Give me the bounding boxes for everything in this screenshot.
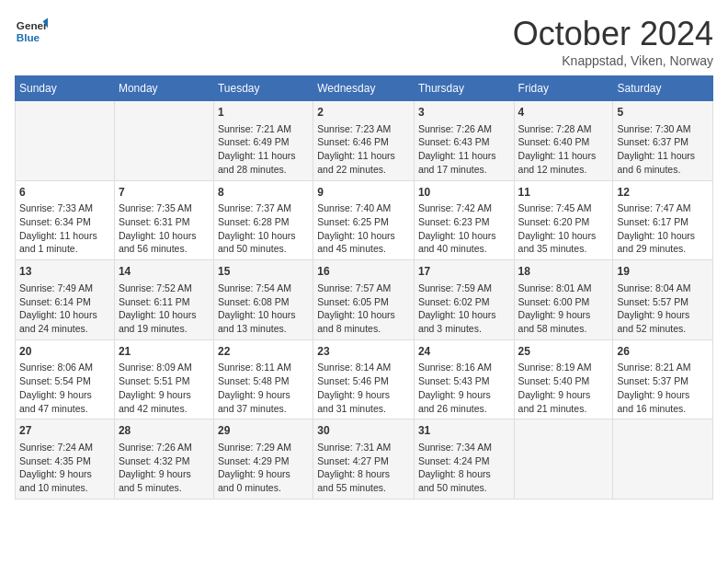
calendar-cell: [514, 419, 613, 500]
weekday-header: Wednesday: [313, 76, 415, 101]
day-number: 6: [19, 185, 110, 201]
calendar-cell: 3Sunrise: 7:26 AM Sunset: 6:43 PM Daylig…: [414, 101, 514, 181]
calendar-cell: 6Sunrise: 7:33 AM Sunset: 6:34 PM Daylig…: [16, 180, 115, 260]
day-info: Sunrise: 7:29 AM Sunset: 4:29 PM Dayligh…: [218, 442, 291, 493]
calendar-cell: 10Sunrise: 7:42 AM Sunset: 6:23 PM Dayli…: [414, 180, 514, 260]
calendar-cell: 25Sunrise: 8:19 AM Sunset: 5:40 PM Dayli…: [514, 339, 613, 419]
day-info: Sunrise: 7:28 AM Sunset: 6:40 PM Dayligh…: [518, 123, 597, 175]
day-info: Sunrise: 7:40 AM Sunset: 6:25 PM Dayligh…: [317, 202, 395, 254]
day-info: Sunrise: 7:30 AM Sunset: 6:37 PM Dayligh…: [617, 123, 695, 175]
day-info: Sunrise: 8:01 AM Sunset: 6:00 PM Dayligh…: [518, 282, 592, 334]
day-info: Sunrise: 8:19 AM Sunset: 5:40 PM Dayligh…: [518, 362, 592, 413]
calendar-cell: 19Sunrise: 8:04 AM Sunset: 5:57 PM Dayli…: [613, 260, 713, 340]
day-number: 12: [617, 185, 709, 201]
calendar-cell: 28Sunrise: 7:26 AM Sunset: 4:32 PM Dayli…: [114, 419, 213, 500]
day-info: Sunrise: 7:33 AM Sunset: 6:34 PM Dayligh…: [19, 202, 97, 254]
day-info: Sunrise: 7:23 AM Sunset: 6:46 PM Dayligh…: [317, 123, 395, 175]
day-number: 8: [218, 185, 309, 201]
day-info: Sunrise: 7:54 AM Sunset: 6:08 PM Dayligh…: [218, 282, 296, 334]
calendar-body: 1Sunrise: 7:21 AM Sunset: 6:49 PM Daylig…: [16, 101, 713, 500]
day-number: 13: [19, 264, 110, 280]
calendar-cell: 29Sunrise: 7:29 AM Sunset: 4:29 PM Dayli…: [213, 419, 313, 500]
day-info: Sunrise: 7:47 AM Sunset: 6:17 PM Dayligh…: [617, 202, 695, 254]
weekday-header: Tuesday: [213, 76, 313, 101]
day-number: 27: [19, 423, 110, 439]
day-number: 29: [218, 423, 309, 439]
day-number: 22: [218, 344, 309, 360]
day-info: Sunrise: 7:26 AM Sunset: 6:43 PM Dayligh…: [418, 123, 496, 175]
day-info: Sunrise: 7:31 AM Sunset: 4:27 PM Dayligh…: [317, 442, 391, 493]
calendar-cell: 14Sunrise: 7:52 AM Sunset: 6:11 PM Dayli…: [114, 260, 213, 340]
day-number: 10: [418, 185, 510, 201]
day-number: 18: [518, 264, 609, 280]
calendar-cell: 1Sunrise: 7:21 AM Sunset: 6:49 PM Daylig…: [213, 101, 313, 181]
calendar-table: SundayMondayTuesdayWednesdayThursdayFrid…: [15, 75, 713, 500]
title-section: October 2024 Knappstad, Viken, Norway: [513, 15, 713, 68]
day-number: 15: [218, 264, 309, 280]
day-info: Sunrise: 7:35 AM Sunset: 6:31 PM Dayligh…: [119, 202, 197, 254]
calendar-cell: 16Sunrise: 7:57 AM Sunset: 6:05 PM Dayli…: [313, 260, 415, 340]
calendar-cell: 13Sunrise: 7:49 AM Sunset: 6:14 PM Dayli…: [16, 260, 115, 340]
day-number: 31: [418, 423, 510, 439]
day-number: 21: [119, 344, 210, 360]
day-number: 25: [518, 344, 609, 360]
day-number: 2: [317, 105, 410, 121]
weekday-header: Sunday: [16, 76, 115, 101]
day-number: 5: [617, 105, 709, 121]
day-info: Sunrise: 7:45 AM Sunset: 6:20 PM Dayligh…: [518, 202, 597, 254]
calendar-cell: [16, 101, 115, 181]
day-number: 3: [418, 105, 510, 121]
day-info: Sunrise: 8:06 AM Sunset: 5:54 PM Dayligh…: [19, 362, 93, 413]
day-info: Sunrise: 8:21 AM Sunset: 5:37 PM Dayligh…: [617, 362, 690, 413]
day-number: 1: [218, 105, 309, 121]
day-number: 7: [119, 185, 210, 201]
calendar-cell: 26Sunrise: 8:21 AM Sunset: 5:37 PM Dayli…: [613, 339, 713, 419]
calendar-cell: 27Sunrise: 7:24 AM Sunset: 4:35 PM Dayli…: [16, 419, 115, 500]
day-info: Sunrise: 7:21 AM Sunset: 6:49 PM Dayligh…: [218, 123, 296, 175]
calendar-cell: 11Sunrise: 7:45 AM Sunset: 6:20 PM Dayli…: [514, 180, 613, 260]
day-number: 4: [518, 105, 609, 121]
calendar-cell: 9Sunrise: 7:40 AM Sunset: 6:25 PM Daylig…: [313, 180, 415, 260]
location: Knappstad, Viken, Norway: [513, 53, 713, 68]
day-info: Sunrise: 8:14 AM Sunset: 5:46 PM Dayligh…: [317, 362, 391, 413]
calendar-cell: 12Sunrise: 7:47 AM Sunset: 6:17 PM Dayli…: [613, 180, 713, 260]
day-number: 14: [119, 264, 210, 280]
day-number: 11: [518, 185, 609, 201]
calendar-cell: 18Sunrise: 8:01 AM Sunset: 6:00 PM Dayli…: [514, 260, 613, 340]
day-info: Sunrise: 7:34 AM Sunset: 4:24 PM Dayligh…: [418, 442, 492, 493]
day-number: 17: [418, 264, 510, 280]
day-info: Sunrise: 7:24 AM Sunset: 4:35 PM Dayligh…: [19, 442, 93, 493]
weekday-header: Thursday: [414, 76, 514, 101]
day-info: Sunrise: 8:11 AM Sunset: 5:48 PM Dayligh…: [218, 362, 291, 413]
day-number: 9: [317, 185, 410, 201]
calendar-cell: [613, 419, 713, 500]
day-number: 24: [418, 344, 510, 360]
calendar-week-row: 27Sunrise: 7:24 AM Sunset: 4:35 PM Dayli…: [16, 419, 713, 500]
calendar-cell: 5Sunrise: 7:30 AM Sunset: 6:37 PM Daylig…: [613, 101, 713, 181]
calendar-cell: 30Sunrise: 7:31 AM Sunset: 4:27 PM Dayli…: [313, 419, 415, 500]
weekday-header: Friday: [514, 76, 613, 101]
month-title: October 2024: [513, 15, 713, 53]
day-info: Sunrise: 7:26 AM Sunset: 4:32 PM Dayligh…: [119, 442, 192, 493]
day-info: Sunrise: 8:04 AM Sunset: 5:57 PM Dayligh…: [617, 282, 690, 334]
calendar-cell: 2Sunrise: 7:23 AM Sunset: 6:46 PM Daylig…: [313, 101, 415, 181]
calendar-cell: 4Sunrise: 7:28 AM Sunset: 6:40 PM Daylig…: [514, 101, 613, 181]
day-info: Sunrise: 8:16 AM Sunset: 5:43 PM Dayligh…: [418, 362, 492, 413]
day-info: Sunrise: 7:42 AM Sunset: 6:23 PM Dayligh…: [418, 202, 496, 254]
weekday-header: Monday: [114, 76, 213, 101]
calendar-week-row: 6Sunrise: 7:33 AM Sunset: 6:34 PM Daylig…: [16, 180, 713, 260]
day-number: 26: [617, 344, 709, 360]
logo-icon: General Blue: [15, 15, 48, 48]
day-info: Sunrise: 7:52 AM Sunset: 6:11 PM Dayligh…: [119, 282, 197, 334]
day-number: 28: [119, 423, 210, 439]
svg-text:Blue: Blue: [17, 31, 40, 43]
day-info: Sunrise: 7:49 AM Sunset: 6:14 PM Dayligh…: [19, 282, 97, 334]
day-number: 19: [617, 264, 709, 280]
calendar-cell: 22Sunrise: 8:11 AM Sunset: 5:48 PM Dayli…: [213, 339, 313, 419]
calendar-week-row: 20Sunrise: 8:06 AM Sunset: 5:54 PM Dayli…: [16, 339, 713, 419]
page-header: General Blue October 2024 Knappstad, Vik…: [15, 15, 713, 68]
day-info: Sunrise: 8:09 AM Sunset: 5:51 PM Dayligh…: [119, 362, 192, 413]
day-number: 16: [317, 264, 410, 280]
calendar-header: SundayMondayTuesdayWednesdayThursdayFrid…: [16, 76, 713, 101]
weekday-row: SundayMondayTuesdayWednesdayThursdayFrid…: [16, 76, 713, 101]
